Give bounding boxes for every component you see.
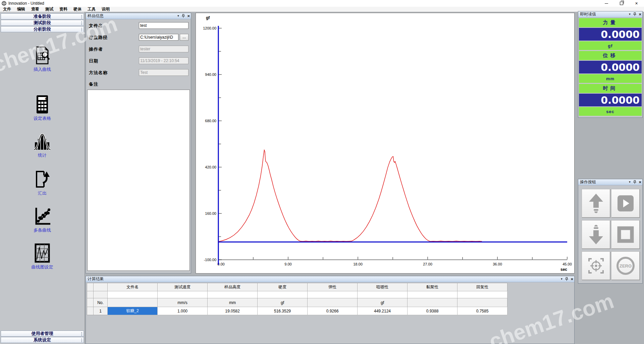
sidebar-item-statistics[interactable]: 统计 (0, 132, 85, 158)
pin-icon[interactable] (633, 12, 636, 16)
start-button[interactable] (611, 189, 640, 217)
results-column-header[interactable]: 黏聚性 (407, 283, 458, 291)
pin-icon[interactable] (182, 14, 185, 18)
force-time-curve-series (218, 150, 482, 242)
action-buttons-panel: 操作按钮 ▼ × (578, 179, 643, 284)
filename-label: 文件名 (89, 23, 103, 29)
close-icon[interactable]: × (639, 180, 641, 184)
results-cell (157, 291, 208, 298)
results-cell[interactable]: 19.0582 (207, 307, 258, 315)
results-cell[interactable]: 449.2124 (357, 307, 408, 315)
chevron-down-icon[interactable]: ▼ (177, 15, 179, 17)
zero-button[interactable]: ZERO (611, 251, 640, 280)
menu-tools[interactable]: 工具 (85, 6, 99, 12)
pin-icon[interactable] (565, 277, 568, 281)
stop-button[interactable] (611, 220, 640, 249)
jog-down-icon (587, 224, 605, 245)
results-header-row: 文件名测试速度样品高度硬度弹性咀嚼性黏聚性回复性 (87, 283, 507, 291)
minimize-icon (605, 3, 608, 4)
displacement-label: 位移 (579, 51, 642, 60)
minimize-button[interactable] (599, 0, 614, 7)
sidebar-item-test-stage[interactable]: 测试阶段 (1, 20, 84, 26)
y-tick-label: 680.00 (205, 119, 216, 123)
menu-test[interactable]: 测试 (42, 6, 56, 12)
jog-down-button[interactable] (582, 220, 610, 249)
pin-icon[interactable] (633, 180, 636, 184)
time-value: 0.0000 (579, 94, 642, 106)
sidebar-item-export[interactable]: 汇出 (0, 169, 85, 196)
live-readings-panel: 即时读值 ▼ × 力量 0.0000 gf 位移 0.0000 mm 时间 0.… (578, 11, 643, 118)
go-position-button[interactable] (582, 251, 610, 280)
sidebar-item-chart-settings[interactable]: 曲线图设定 (0, 243, 85, 270)
save-path-label: 存盘路径 (89, 35, 108, 41)
results-column-header[interactable]: 回复性 (457, 283, 507, 291)
close-button[interactable]: × (629, 0, 644, 7)
browse-button[interactable]: ... (180, 34, 189, 41)
results-units-row: No.mm/smmgfgf (87, 298, 507, 307)
sidebar: 准备阶段 测试阶段 分析阶段 插入曲线 8 (0, 12, 85, 344)
zero-icon: ZERO (616, 256, 635, 276)
restore-button[interactable] (614, 0, 629, 7)
close-icon[interactable]: × (571, 277, 573, 281)
results-column-header[interactable]: 咀嚼性 (357, 283, 408, 291)
chevron-down-icon[interactable]: ▼ (628, 181, 631, 184)
y-tick-label: 940.00 (205, 72, 216, 77)
results-cell[interactable]: 0.9388 (407, 307, 458, 315)
results-column-header[interactable] (93, 283, 108, 291)
results-cell[interactable]: 516.3529 (257, 307, 308, 315)
results-column-header[interactable]: 硬度 (257, 283, 308, 291)
panel-title: 操作按钮 (580, 179, 596, 185)
results-cell[interactable] (87, 307, 94, 315)
save-path-field[interactable] (139, 34, 178, 41)
chevron-down-icon[interactable]: ▼ (628, 13, 631, 16)
sidebar-item-system-settings[interactable]: 系统设定 (1, 337, 84, 343)
results-table: 文件名测试速度样品高度硬度弹性咀嚼性黏聚性回复性No.mm/smmgfgf1软糖… (87, 283, 507, 315)
chart-panel: gfsec1200.00940.00680.00420.00160.00-100… (196, 13, 575, 274)
results-column-header[interactable]: 弹性 (307, 283, 358, 291)
statistics-icon (34, 132, 51, 151)
results-cell (107, 298, 158, 307)
menu-view[interactable]: 查看 (28, 6, 42, 12)
menu-hardware[interactable]: 硬体 (70, 6, 85, 12)
results-cell[interactable]: 软糖_2 (107, 307, 158, 315)
menu-edit[interactable]: 编辑 (14, 6, 28, 12)
y-tick-label: 1200.00 (203, 26, 216, 30)
x-tick-label: 18.00 (353, 262, 363, 266)
close-icon[interactable]: × (639, 12, 641, 16)
sidebar-item-insert-curve[interactable]: 插入曲线 (0, 46, 85, 72)
jog-up-icon (587, 193, 605, 214)
sidebar-item-analysis-stage[interactable]: 分析阶段 (1, 26, 84, 32)
sidebar-item-table-setup[interactable]: 8 设定表格 (0, 95, 85, 121)
grip-icon (81, 21, 82, 25)
results-cell: gf (357, 298, 408, 307)
start-icon (616, 194, 635, 212)
results-cell[interactable]: 0.9266 (307, 307, 358, 315)
results-cell[interactable]: 0.7585 (457, 307, 507, 315)
menu-file[interactable]: 文件 (0, 6, 14, 12)
results-column-header[interactable]: 样品高度 (207, 283, 258, 291)
sidebar-item-prepare-stage[interactable]: 准备阶段 (1, 13, 84, 19)
results-cell[interactable]: 1 (93, 307, 108, 315)
filename-field[interactable] (139, 22, 189, 29)
restore-icon (620, 2, 623, 5)
menu-help[interactable]: 说明 (99, 6, 113, 12)
svg-text:ZERO: ZERO (619, 263, 631, 268)
chevron-down-icon[interactable]: ▼ (560, 278, 563, 281)
window-title: Innovation - Untitled (8, 1, 44, 6)
sidebar-item-multi-curve[interactable]: 多条曲线 (0, 206, 85, 233)
x-tick-label: 36.00 (493, 262, 502, 266)
sidebar-item-user-management[interactable]: 使用者管理 (1, 331, 84, 337)
grip-icon (81, 338, 82, 342)
menu-data[interactable]: 资料 (56, 6, 70, 12)
results-column-header[interactable] (87, 283, 94, 291)
results-column-header[interactable]: 文件名 (107, 283, 158, 291)
jog-up-button[interactable] (582, 189, 610, 217)
results-column-header[interactable]: 测试速度 (157, 283, 208, 291)
date-label: 日期 (89, 58, 98, 64)
results-cell[interactable]: 1.000 (157, 307, 208, 315)
close-icon[interactable]: × (187, 14, 190, 18)
results-blank-row (87, 291, 507, 298)
results-cell (87, 298, 94, 307)
remark-field[interactable] (87, 90, 190, 271)
time-unit: sec (579, 107, 642, 116)
